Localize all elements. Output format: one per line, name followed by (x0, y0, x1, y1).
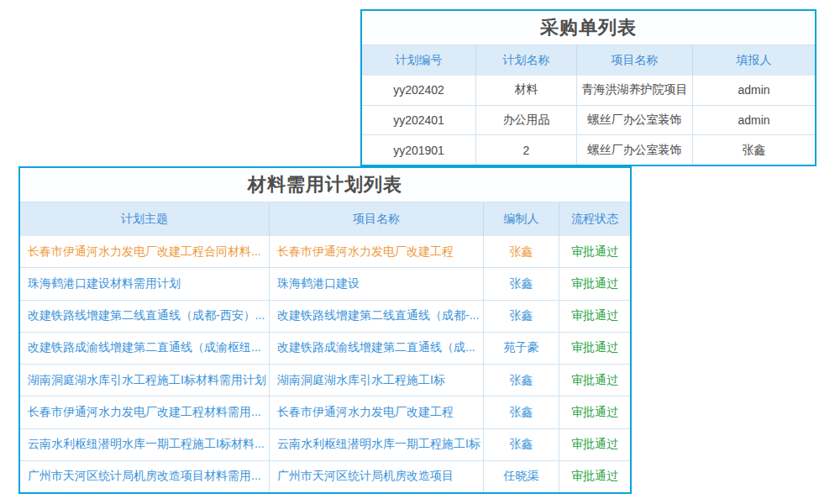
column-header-plan-name: 计划名称 (476, 45, 577, 76)
plan-name: 2 (476, 135, 577, 165)
plan-number: yy202401 (362, 106, 476, 135)
compiler-name: 张鑫 (484, 236, 559, 267)
status-text: 审批通过 (559, 365, 630, 396)
plan-subject-link[interactable]: 改建铁路线增建第二线直通线（成都-西安）... (20, 301, 270, 332)
plan-name: 材料 (476, 76, 577, 105)
material-plan-panel: 材料需用计划列表 计划主题 项目名称 编制人 流程状态 长春市伊通河水力发电厂改… (18, 166, 632, 494)
project-name-link[interactable]: 长春市伊通河水力发电厂改建工程 (270, 396, 484, 428)
compiler-name: 苑子豪 (484, 333, 559, 364)
page: 采购单列表 计划编号 计划名称 项目名称 填报人 yy202402 材料 青海洪… (0, 0, 840, 504)
project-name-link[interactable]: 广州市天河区统计局机房改造项目 (270, 461, 484, 492)
project-name: 螺丝厂办公室装饰 (577, 106, 693, 135)
compiler-name: 张鑫 (484, 268, 559, 299)
project-name: 青海洪湖养护院项目 (577, 76, 693, 105)
project-name-link[interactable]: 改建铁路成渝线增建第二直通线（成... (270, 333, 484, 364)
column-header-filler: 填报人 (693, 45, 815, 76)
status-text: 审批通过 (559, 429, 630, 460)
status-text: 审批通过 (559, 301, 630, 332)
compiler-name: 张鑫 (484, 396, 559, 428)
status-text: 审批通过 (559, 396, 630, 428)
plan-subject-link[interactable]: 湖南洞庭湖水库引水工程施工I标材料需用计划 (20, 365, 270, 396)
project-name: 螺丝厂办公室装饰 (577, 135, 693, 165)
plan-subject-link[interactable]: 长春市伊通河水力发电厂改建工程合同材料... (20, 236, 270, 267)
column-header-plan-subject: 计划主题 (20, 202, 270, 236)
table-row[interactable]: yy201901 2 螺丝厂办公室装饰 张鑫 (362, 135, 815, 165)
plan-subject-link[interactable]: 长春市伊通河水力发电厂改建工程材料需用... (20, 396, 270, 428)
column-header-plan-number: 计划编号 (362, 45, 476, 76)
column-header-project-name: 项目名称 (270, 202, 484, 236)
table-row[interactable]: 云南水利枢纽潜明水库一期工程施工I标材料... 云南水利枢纽潜明水库一期工程施工… (20, 429, 630, 461)
purchase-list-title: 采购单列表 (362, 11, 815, 45)
filler-name: admin (693, 76, 815, 105)
compiler-name: 任晓渠 (484, 461, 559, 492)
table-row[interactable]: 广州市天河区统计局机房改造项目材料需用... 广州市天河区统计局机房改造项目 任… (20, 461, 630, 492)
compiler-name: 张鑫 (484, 365, 559, 396)
column-header-compiler: 编制人 (484, 202, 559, 236)
filler-name: 张鑫 (693, 135, 815, 165)
table-row[interactable]: 湖南洞庭湖水库引水工程施工I标材料需用计划 湖南洞庭湖水库引水工程施工I标 张鑫… (20, 365, 630, 396)
purchase-table-header: 计划编号 计划名称 项目名称 填报人 (362, 45, 815, 76)
table-row[interactable]: 改建铁路线增建第二线直通线（成都-西安）... 改建铁路线增建第二线直通线（成都… (20, 301, 630, 333)
project-name-link[interactable]: 长春市伊通河水力发电厂改建工程 (270, 236, 484, 267)
status-text: 审批通过 (559, 461, 630, 492)
plan-subject-link[interactable]: 云南水利枢纽潜明水库一期工程施工I标材料... (20, 429, 270, 460)
table-row[interactable]: yy202401 办公用品 螺丝厂办公室装饰 admin (362, 106, 815, 136)
plan-subject-link[interactable]: 广州市天河区统计局机房改造项目材料需用... (20, 461, 270, 492)
project-name-link[interactable]: 珠海鹤港口建设 (270, 268, 484, 299)
column-header-project-name: 项目名称 (577, 45, 693, 76)
compiler-name: 张鑫 (484, 301, 559, 332)
column-header-status: 流程状态 (559, 202, 630, 236)
table-row[interactable]: 长春市伊通河水力发电厂改建工程合同材料... 长春市伊通河水力发电厂改建工程 张… (20, 236, 630, 268)
filler-name: admin (693, 106, 815, 135)
status-text: 审批通过 (559, 268, 630, 299)
project-name-link[interactable]: 改建铁路线增建第二线直通线（成都-... (270, 301, 484, 332)
material-plan-title: 材料需用计划列表 (20, 168, 630, 202)
purchase-list-panel: 采购单列表 计划编号 计划名称 项目名称 填报人 yy202402 材料 青海洪… (360, 9, 816, 166)
plan-subject-link[interactable]: 珠海鹤港口建设材料需用计划 (20, 268, 270, 299)
plan-name: 办公用品 (476, 106, 577, 135)
material-table-header: 计划主题 项目名称 编制人 流程状态 (20, 202, 630, 236)
table-row[interactable]: 长春市伊通河水力发电厂改建工程材料需用... 长春市伊通河水力发电厂改建工程 张… (20, 396, 630, 428)
plan-number: yy201901 (362, 135, 476, 165)
table-row[interactable]: 珠海鹤港口建设材料需用计划 珠海鹤港口建设 张鑫 审批通过 (20, 268, 630, 300)
project-name-link[interactable]: 云南水利枢纽潜明水库一期工程施工I标 (270, 429, 484, 460)
table-row[interactable]: 改建铁路成渝线增建第二直通线（成渝枢纽... 改建铁路成渝线增建第二直通线（成.… (20, 333, 630, 365)
plan-number: yy202402 (362, 76, 476, 105)
status-text: 审批通过 (559, 333, 630, 364)
project-name-link[interactable]: 湖南洞庭湖水库引水工程施工I标 (270, 365, 484, 396)
plan-subject-link[interactable]: 改建铁路成渝线增建第二直通线（成渝枢纽... (20, 333, 270, 364)
status-text: 审批通过 (559, 236, 630, 267)
compiler-name: 张鑫 (484, 429, 559, 460)
table-row[interactable]: yy202402 材料 青海洪湖养护院项目 admin (362, 76, 815, 106)
